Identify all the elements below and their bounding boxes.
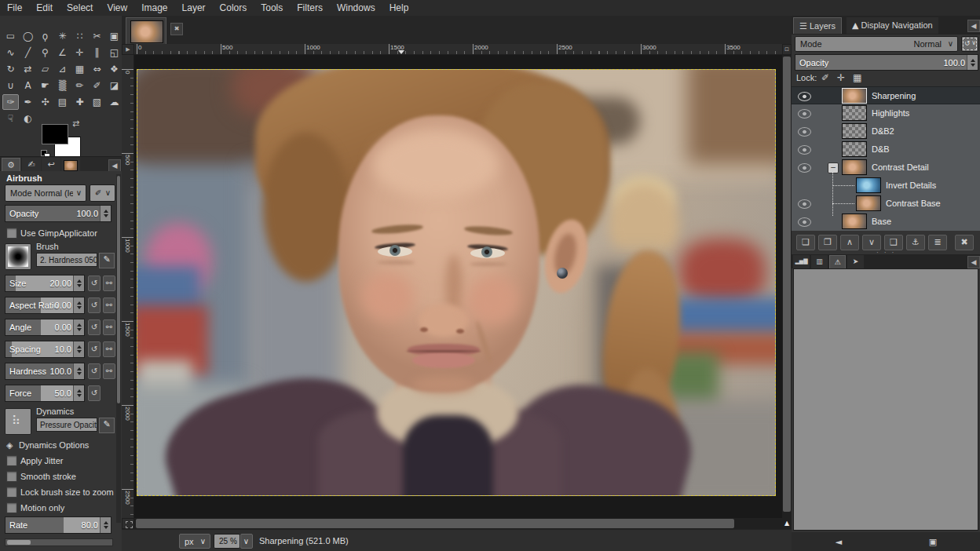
- left-tab-menu-button[interactable]: ◀: [108, 159, 121, 172]
- layer-row-base[interactable]: Base: [792, 213, 980, 231]
- tab-layers[interactable]: ☰ Layers: [793, 17, 842, 34]
- visibility-eye-icon[interactable]: [798, 217, 811, 227]
- zoom-value-field[interactable]: 25 %: [214, 534, 240, 549]
- tool-align[interactable]: ‖: [89, 45, 105, 60]
- size-spinner[interactable]: [73, 276, 84, 291]
- tool-paths[interactable]: ∿: [2, 45, 19, 60]
- tool-3d-transform[interactable]: ▦: [71, 61, 88, 77]
- tool-rectangle-select[interactable]: ▭: [2, 28, 19, 44]
- angle-link-button[interactable]: ⚯: [103, 319, 115, 335]
- motion-only-checkbox[interactable]: [6, 502, 17, 513]
- layer-row-contrast-base[interactable]: Contrast Base: [792, 195, 980, 213]
- visibility-eye-icon[interactable]: [798, 199, 811, 209]
- aspect-ratio-reset-button[interactable]: ↺: [88, 297, 101, 313]
- size-reset-button[interactable]: ↺: [88, 276, 101, 291]
- anchor-layer-button[interactable]: ⚓: [906, 235, 925, 250]
- spacing-reset-button[interactable]: ↺: [88, 341, 101, 357]
- menu-file[interactable]: File: [0, 0, 29, 16]
- zoom-dropdown-button[interactable]: ∨: [240, 534, 253, 549]
- tool-foreground-select[interactable]: ▣: [106, 28, 122, 44]
- right-tab-menu-button[interactable]: ◀: [967, 20, 980, 32]
- tool-measure[interactable]: ∠: [54, 45, 71, 60]
- tool-zoom[interactable]: ⚲: [37, 45, 53, 60]
- canvas-vscrollbar[interactable]: [782, 55, 792, 518]
- lock-alpha-icon[interactable]: ▦: [853, 72, 861, 83]
- rate-slider[interactable]: Rate 80.0: [5, 516, 112, 534]
- tool-smudge[interactable]: ☟: [2, 111, 19, 126]
- lower-layer-button[interactable]: ∨: [862, 235, 881, 250]
- tool-pencil[interactable]: ✏: [71, 78, 88, 93]
- spacing-link-button[interactable]: ⚯: [103, 341, 115, 357]
- tab-error-console[interactable]: ⚠: [829, 255, 846, 268]
- vertical-ruler[interactable]: 0 500 1000 1500 2000 2500: [122, 55, 134, 518]
- delete-preset-button[interactable]: ✖: [69, 548, 86, 551]
- opacity-slider[interactable]: Opacity 100.0: [5, 205, 112, 222]
- tool-flip[interactable]: ⇄: [20, 61, 36, 77]
- aspect-ratio-link-button[interactable]: ⚯: [103, 297, 115, 313]
- tool-move[interactable]: ✛: [71, 45, 88, 60]
- lock-brush-size-checkbox[interactable]: [6, 487, 17, 498]
- visibility-eye-icon[interactable]: [798, 109, 811, 119]
- tab-undo-history[interactable]: ↩: [42, 158, 60, 172]
- tab-display-navigation[interactable]: ▲ Display Navigation: [847, 17, 938, 34]
- visibility-eye-icon[interactable]: [798, 163, 811, 173]
- size-slider[interactable]: Size 20.00: [5, 275, 85, 292]
- smooth-stroke-checkbox[interactable]: [6, 471, 17, 482]
- tab-channels[interactable]: ▥: [811, 255, 828, 268]
- layer-name[interactable]: Sharpening: [872, 91, 916, 100]
- dynamics-options-expander[interactable]: Dynamics Options: [19, 440, 89, 450]
- zoom-fit-button[interactable]: ⊡: [782, 44, 792, 55]
- layer-opacity-spinner[interactable]: [967, 55, 978, 70]
- visibility-eye-icon[interactable]: [798, 145, 811, 155]
- visibility-eye-icon[interactable]: [798, 92, 811, 101]
- raise-layer-button[interactable]: ∧: [840, 235, 859, 250]
- tool-mypaint-brush[interactable]: ✣: [37, 94, 53, 110]
- menu-tools[interactable]: Tools: [254, 0, 290, 16]
- paint-mode-menu-button[interactable]: ✐ ∨: [90, 184, 115, 202]
- hardness-spinner[interactable]: [73, 363, 84, 379]
- tab-tool-options[interactable]: ⚙: [2, 158, 20, 172]
- force-spinner[interactable]: [73, 385, 84, 401]
- layer-row-invert-details[interactable]: Invert Details: [792, 177, 980, 195]
- tool-heal[interactable]: ✚: [71, 94, 88, 110]
- layer-name[interactable]: Contrast Detail: [872, 162, 929, 172]
- tool-shear[interactable]: ▱: [37, 61, 53, 77]
- dynamics-preview-button[interactable]: ⠷: [5, 408, 31, 435]
- menu-filters[interactable]: Filters: [290, 0, 330, 16]
- layer-name[interactable]: Highlights: [872, 108, 909, 118]
- delete-layer-button[interactable]: ✖: [955, 235, 974, 250]
- tool-warp-transform[interactable]: ☛: [37, 78, 53, 93]
- layer-mode-dropdown[interactable]: Mode Normal ∨: [795, 36, 958, 52]
- layer-row-db[interactable]: D&B: [792, 140, 980, 159]
- dynamics-edit-button[interactable]: ✎: [99, 418, 115, 433]
- canvas-viewport[interactable]: [134, 55, 782, 518]
- menu-select[interactable]: Select: [60, 0, 100, 16]
- tab-image-thumbnail[interactable]: [61, 158, 80, 172]
- menu-help[interactable]: Help: [382, 0, 416, 16]
- merge-layer-button[interactable]: ≣: [928, 235, 947, 250]
- rate-spinner[interactable]: [100, 517, 111, 533]
- expander-icon[interactable]: ◈: [6, 440, 13, 451]
- console-clear-button[interactable]: ◄: [829, 535, 848, 550]
- tool-bucket-fill[interactable]: ∪: [2, 78, 19, 93]
- layer-name[interactable]: Invert Details: [886, 181, 936, 190]
- swap-colors-icon[interactable]: ⇄: [72, 119, 79, 129]
- tool-handle-transform[interactable]: ❖: [106, 61, 122, 77]
- console-save-button[interactable]: ▣: [923, 535, 942, 550]
- paint-mode-dropdown[interactable]: Mode Normal (le... ∨: [5, 184, 86, 202]
- tab-pointer[interactable]: ➤: [847, 255, 864, 268]
- menu-colors[interactable]: Colors: [213, 0, 254, 16]
- lock-pixels-icon[interactable]: ✐: [821, 72, 829, 83]
- tool-perspective[interactable]: ⊿: [54, 61, 71, 77]
- layer-row-sharpening[interactable]: Sharpening: [792, 86, 980, 104]
- mode-group-switch-button[interactable]: ↺ ∨: [961, 36, 978, 52]
- unit-dropdown[interactable]: px ∨: [179, 534, 210, 549]
- lock-position-icon[interactable]: ✛: [837, 72, 845, 83]
- image-tab[interactable]: [126, 17, 166, 44]
- horizontal-ruler[interactable]: 0 500 1000 1500 2000 2500 3000 3500: [134, 44, 782, 55]
- tool-ellipse-select[interactable]: ◯: [20, 28, 36, 44]
- menu-view[interactable]: View: [100, 0, 134, 16]
- angle-reset-button[interactable]: ↺: [88, 319, 101, 335]
- brush-edit-button[interactable]: ✎: [99, 253, 115, 268]
- tool-scissors-select[interactable]: ✂: [89, 28, 105, 44]
